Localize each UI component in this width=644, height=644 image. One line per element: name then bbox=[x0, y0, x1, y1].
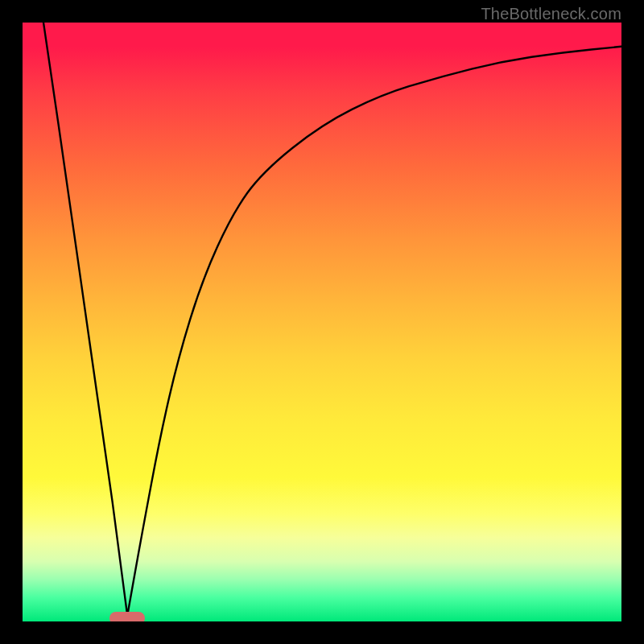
plot-area bbox=[23, 23, 621, 621]
bottleneck-curve bbox=[23, 23, 621, 621]
curve-path bbox=[43, 23, 621, 616]
optimal-marker bbox=[109, 612, 145, 621]
source-link[interactable]: TheBottleneck.com bbox=[481, 5, 621, 23]
chart-frame: TheBottleneck.com bbox=[0, 0, 644, 644]
